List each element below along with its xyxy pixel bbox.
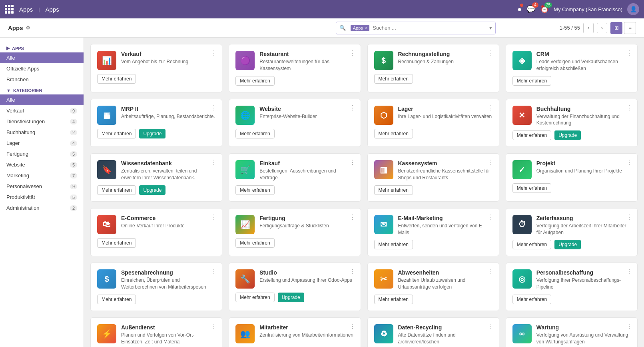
filter-remove-icon[interactable]: ×: [365, 26, 367, 30]
app-info: Wissensdatenbank Zentralisieren, verwalt…: [121, 160, 215, 181]
app-menu-icon[interactable]: ⋮: [488, 158, 494, 166]
upgrade-button[interactable]: Upgrade: [554, 130, 581, 140]
app-card: ⋮ 🔧 Studio Erstellung und Anpassung Ihre…: [229, 263, 361, 311]
upgrade-button[interactable]: Upgrade: [139, 185, 165, 195]
app-desc: Erstellung und Anpassung Ihrer Odoo-Apps: [259, 277, 354, 284]
learn-more-button[interactable]: Mehr erfahren: [512, 295, 551, 304]
prev-page-button[interactable]: ‹: [583, 23, 594, 33]
app-card-header: 🟣 Restaurant Restauranterweiterungen für…: [235, 51, 354, 72]
timer-icon[interactable]: ⏰ 25: [540, 5, 549, 14]
sidebar-item-kat-lager[interactable]: Lager 4: [0, 138, 84, 148]
app-menu-icon[interactable]: ⋮: [349, 268, 356, 275]
learn-more-button[interactable]: Mehr erfahren: [235, 293, 274, 302]
chat-badge: 4: [532, 2, 538, 8]
app-menu-icon[interactable]: ⋮: [349, 323, 356, 330]
search-dropdown-button[interactable]: ▾: [486, 22, 495, 34]
app-info: Zeiterfassung Verfolgung der Arbeitszeit…: [536, 215, 631, 236]
learn-more-button[interactable]: Mehr erfahren: [235, 76, 274, 86]
next-page-button[interactable]: ›: [597, 23, 607, 33]
sidebar-item-kat-alle[interactable]: Alle: [0, 94, 84, 105]
app-menu-icon[interactable]: ⋮: [211, 104, 217, 112]
app-menu-icon[interactable]: ⋮: [349, 213, 356, 221]
grid-view-button[interactable]: ⊞: [610, 22, 622, 34]
app-menu-icon[interactable]: ⋮: [349, 158, 356, 166]
sidebar-item-kat-produktivitat[interactable]: Produktivität 5: [0, 192, 84, 203]
settings-gear-icon[interactable]: ⚙: [26, 25, 30, 31]
sidebar-item-kat-buchhaltung[interactable]: Buchhaltung 2: [0, 127, 84, 138]
company-label[interactable]: My Company (San Francisco): [554, 6, 622, 12]
app-info: Studio Erstellung und Anpassung Ihrer Od…: [259, 269, 354, 284]
app-icon: 🛍: [97, 215, 116, 234]
learn-more-button[interactable]: Mehr erfahren: [97, 295, 136, 304]
learn-more-button[interactable]: Mehr erfahren: [235, 129, 274, 138]
learn-more-button[interactable]: Mehr erfahren: [512, 240, 551, 249]
app-menu-icon[interactable]: ⋮: [626, 323, 632, 330]
app-card-header: ♻ Daten-Recycling Alte Datensätze finden…: [374, 324, 492, 345]
learn-more-button[interactable]: Mehr erfahren: [97, 74, 136, 84]
sidebar-item-alle-apps[interactable]: Alle: [0, 52, 84, 63]
app-info: Spesenabrechnung Einreichen, Überprüfen …: [121, 269, 215, 291]
app-actions: Mehr erfahrenUpgrade: [512, 130, 631, 140]
upgrade-button[interactable]: Upgrade: [554, 240, 581, 249]
sidebar-item-kat-website[interactable]: Website 5: [0, 159, 84, 170]
app-menu-icon[interactable]: ⋮: [626, 104, 632, 112]
app-icon: ▥: [374, 160, 393, 179]
apps-grid-icon[interactable]: [5, 5, 14, 14]
app-menu-icon[interactable]: ⋮: [211, 213, 217, 221]
learn-more-button[interactable]: Mehr erfahren: [235, 238, 274, 248]
nav-apps-label2[interactable]: Apps: [46, 6, 59, 13]
notification-dot[interactable]: ●: [517, 5, 522, 14]
learn-more-button[interactable]: Mehr erfahren: [374, 74, 413, 84]
learn-more-button[interactable]: Mehr erfahren: [512, 183, 551, 193]
chat-icon[interactable]: 💬 4: [526, 5, 535, 14]
sidebar-item-kat-marketing[interactable]: Marketing 7: [0, 170, 84, 181]
app-menu-icon[interactable]: ⋮: [349, 104, 356, 112]
learn-more-button[interactable]: Mehr erfahren: [97, 238, 136, 248]
upgrade-button[interactable]: Upgrade: [139, 129, 165, 138]
top-nav-left: Apps | Apps: [5, 5, 517, 14]
sidebar-item-kat-dienstleistungen[interactable]: Dienstleistungen 4: [0, 116, 84, 127]
nav-apps-label[interactable]: Apps: [19, 6, 33, 13]
app-menu-icon[interactable]: ⋮: [626, 268, 632, 275]
app-menu-icon[interactable]: ⋮: [626, 158, 632, 166]
sidebar-item-kat-fertigung[interactable]: Fertigung 5: [0, 148, 84, 159]
app-menu-icon[interactable]: ⋮: [488, 213, 494, 221]
sidebar-item-kat-verkauf[interactable]: Verkauf 9: [0, 105, 84, 116]
learn-more-button[interactable]: Mehr erfahren: [374, 240, 413, 249]
learn-more-button[interactable]: Mehr erfahren: [374, 129, 413, 138]
sidebar-item-kat-personalwesen[interactable]: Personalwesen 9: [0, 181, 84, 192]
list-view-button[interactable]: ≡: [624, 22, 636, 34]
app-menu-icon[interactable]: ⋮: [211, 323, 217, 330]
app-menu-icon[interactable]: ⋮: [488, 323, 494, 330]
learn-more-button[interactable]: Mehr erfahren: [512, 130, 551, 140]
sidebar-item-kat-administration[interactable]: Administration 2: [0, 203, 84, 213]
app-menu-icon[interactable]: ⋮: [488, 268, 494, 275]
sidebar-item-offizielle-apps[interactable]: Offizielle Apps: [0, 63, 84, 74]
user-avatar[interactable]: 👤: [627, 3, 639, 15]
app-desc: Planen und Verfolgen von Vor-Ort-Einsätz…: [121, 332, 215, 345]
app-card-header: 🔧 Studio Erstellung und Anpassung Ihrer …: [235, 269, 354, 289]
app-menu-icon[interactable]: ⋮: [488, 104, 494, 112]
filter-tag[interactable]: Apps ×: [351, 25, 370, 31]
app-menu-icon[interactable]: ⋮: [211, 268, 217, 275]
app-desc: Zentralisierung von Mitarbeiterinformati…: [259, 332, 354, 339]
learn-more-button[interactable]: Mehr erfahren: [374, 185, 413, 195]
app-menu-icon[interactable]: ⋮: [211, 49, 217, 57]
app-menu-icon[interactable]: ⋮: [488, 49, 494, 57]
app-menu-icon[interactable]: ⋮: [626, 49, 632, 57]
app-menu-icon[interactable]: ⋮: [211, 158, 217, 166]
learn-more-button[interactable]: Mehr erfahren: [235, 185, 274, 195]
app-icon: $: [97, 269, 116, 289]
search-input[interactable]: [371, 25, 485, 31]
learn-more-button[interactable]: Mehr erfahren: [512, 76, 551, 86]
upgrade-button[interactable]: Upgrade: [278, 293, 304, 302]
learn-more-button[interactable]: Mehr erfahren: [374, 295, 413, 304]
app-menu-icon[interactable]: ⋮: [349, 49, 356, 57]
learn-more-button[interactable]: Mehr erfahren: [97, 185, 136, 195]
app-desc: Verfolgung der Arbeitszeit Ihrer Mitarbe…: [536, 223, 631, 236]
learn-more-button[interactable]: Mehr erfahren: [97, 129, 136, 138]
app-menu-icon[interactable]: ⋮: [626, 213, 632, 221]
app-icon: ▦: [97, 106, 116, 125]
app-card-header: ✂ Abwesenheiten Bezahlten Urlaub zuweise…: [374, 269, 492, 291]
sidebar-item-branchen[interactable]: Branchen: [0, 74, 84, 85]
